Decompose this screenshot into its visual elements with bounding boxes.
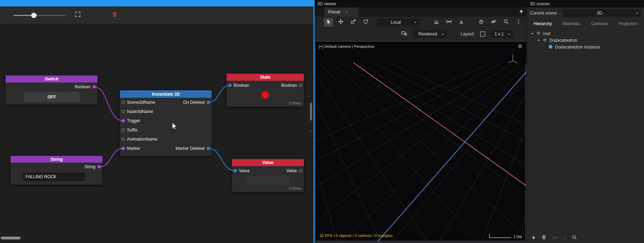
- port-label: Node3dName: [127, 109, 153, 114]
- magnifier-icon: [503, 19, 509, 26]
- output-port-value[interactable]: [299, 169, 302, 173]
- add-item-button[interactable]: +: [532, 234, 535, 241]
- input-port-suffix[interactable]: [122, 129, 125, 132]
- tab-projectors[interactable]: Projectors: [614, 21, 643, 26]
- expand-caret-icon[interactable]: ▾: [537, 38, 540, 42]
- node-string[interactable]: String String FALLING ROCK: [11, 156, 102, 185]
- zoom-slider[interactable]: [13, 12, 66, 18]
- viewport-3d[interactable]: [+] Default camera | Perspective 32 FPS …: [315, 41, 526, 241]
- slider-handle[interactable]: [31, 13, 37, 18]
- scale-tool-button[interactable]: [349, 18, 358, 27]
- input-port-scene3dname[interactable]: [122, 101, 125, 104]
- viewport-settings-button[interactable]: [517, 44, 523, 50]
- viewport-stats: 32 FPS / 0 objects / 0 vertices / 0 tria…: [320, 233, 393, 238]
- port-label: Boolean: [234, 83, 249, 88]
- layout-single-icon[interactable]: [480, 32, 485, 36]
- dropdown-value: Local: [380, 20, 412, 25]
- capture-button[interactable]: [400, 30, 409, 38]
- port-label: String: [84, 164, 95, 169]
- rotate-tool-button[interactable]: [361, 18, 370, 27]
- axis-gizmo-icon[interactable]: [506, 53, 520, 68]
- more-options-button[interactable]: [514, 18, 523, 27]
- orbit-tool-button[interactable]: [489, 18, 498, 27]
- node-instantiate-3d[interactable]: Instantiate 3D Scene3dName On Deleted No…: [120, 90, 212, 156]
- scale-bracket-icon: [489, 233, 512, 239]
- node-state[interactable]: State Boolean Boolean 0.00ms: [227, 74, 304, 107]
- scale-label: 1.0m: [513, 234, 522, 239]
- measure-tool-button[interactable]: [444, 18, 454, 27]
- output-port-boolean[interactable]: [93, 85, 96, 89]
- panel-collapse-handle[interactable]: ‹: [310, 128, 311, 134]
- tree-item-dodecahedron[interactable]: ▾ Dodecahedron: [527, 37, 644, 44]
- node-editor-panel[interactable]: Switch Boolean OFF Instantiate 3D Scene3…: [0, 0, 314, 243]
- tree-item-root[interactable]: ▾ root: [527, 30, 644, 37]
- instance-icon: [548, 44, 553, 50]
- text-tool-button[interactable]: A: [457, 18, 466, 27]
- node-switch[interactable]: Switch Boolean OFF: [6, 75, 98, 104]
- execution-time: 0.00ms: [289, 101, 301, 105]
- viewer-panel: 3D viewer Preset × +: [315, 0, 527, 243]
- input-port-trigger[interactable]: [122, 119, 125, 123]
- port-row: Suffix: [120, 125, 212, 135]
- pan-tool-button[interactable]: [477, 18, 486, 27]
- vertical-scrollbar[interactable]: [310, 103, 312, 120]
- port-label: AnimationName: [127, 137, 157, 142]
- select-tool-button[interactable]: [324, 18, 333, 27]
- output-port-marker-deleted[interactable]: [207, 147, 210, 150]
- snap-tool-button[interactable]: [432, 18, 441, 27]
- node-value-header[interactable]: Value: [232, 159, 304, 166]
- add-tab-button[interactable]: +: [519, 8, 523, 15]
- chevron-down-icon: ▼: [442, 33, 444, 36]
- port-row: Boolean Boolean: [227, 81, 304, 90]
- panel-divider[interactable]: [313, 0, 315, 243]
- output-port-boolean[interactable]: [299, 84, 302, 87]
- output-port-on-deleted[interactable]: [207, 101, 210, 104]
- expand-caret-icon[interactable]: ▾: [531, 32, 534, 35]
- port-label: Marker: [127, 146, 140, 151]
- port-label: Trigger: [127, 118, 140, 123]
- input-port-boolean[interactable]: [228, 84, 232, 87]
- move-tool-button[interactable]: [336, 18, 345, 27]
- tab-hierarchy[interactable]: Hierarchy: [528, 21, 557, 26]
- input-port-node3dname[interactable]: [122, 110, 125, 113]
- output-port-string[interactable]: [98, 165, 101, 169]
- string-value-input[interactable]: FALLING ROCK: [22, 172, 85, 182]
- port-label: Scene3dName: [127, 100, 155, 105]
- tab-cameras[interactable]: Cameras: [585, 21, 614, 26]
- search-button[interactable]: [572, 234, 577, 241]
- input-port-marker[interactable]: [122, 147, 125, 150]
- close-icon[interactable]: ×: [345, 10, 348, 15]
- zoom-tool-button[interactable]: [501, 18, 511, 27]
- more-options-button[interactable]: ⋯: [553, 234, 558, 241]
- horizontal-scrollbar[interactable]: [1, 237, 21, 239]
- delete-item-button[interactable]: [541, 234, 546, 241]
- node-string-header[interactable]: String: [11, 156, 102, 163]
- node-instantiate-header[interactable]: Instantiate 3D: [120, 90, 212, 98]
- viewer-toolbar-1: Local ▼ A: [315, 17, 527, 28]
- tab-materials[interactable]: Materials: [557, 21, 586, 26]
- fit-view-button[interactable]: [73, 11, 82, 19]
- transform-space-dropdown[interactable]: Local ▼: [377, 18, 420, 26]
- delete-button[interactable]: [110, 11, 119, 19]
- x-axis-line: [354, 63, 526, 186]
- input-port-animationname[interactable]: [122, 138, 125, 141]
- viewer-tab-strip: Preset × +: [315, 7, 527, 17]
- node-state-header[interactable]: State: [227, 74, 304, 81]
- switch-toggle-button[interactable]: OFF: [24, 92, 80, 102]
- scenes-panel: 3D scenes Current scene: 3D ▼ Hierarchy …: [527, 0, 644, 243]
- node-value[interactable]: Value Value Value 0.02ms: [232, 159, 304, 192]
- port-row: Scene3dName On Deleted: [120, 98, 212, 107]
- port-label: Marker Deleted: [176, 146, 205, 151]
- layout-dropdown[interactable]: 1 x 1 ▼: [490, 30, 513, 38]
- input-port-value[interactable]: [234, 169, 237, 173]
- gear-icon: [517, 44, 523, 49]
- current-scene-dropdown[interactable]: 3D ▼: [563, 9, 641, 17]
- layout-label: Layout:: [461, 32, 474, 36]
- node-switch-header[interactable]: Switch: [6, 75, 98, 83]
- tab-preset[interactable]: Preset ×: [324, 7, 359, 17]
- camera-label[interactable]: [+] Default camera | Perspective: [319, 44, 374, 49]
- render-mode-dropdown[interactable]: Rendered ▼: [413, 30, 447, 38]
- tree-item-dodecahedron-instance[interactable]: Dodecahedron instance: [527, 44, 644, 50]
- port-label: On Deleted: [183, 100, 205, 105]
- chevron-down-icon: ▼: [414, 21, 417, 24]
